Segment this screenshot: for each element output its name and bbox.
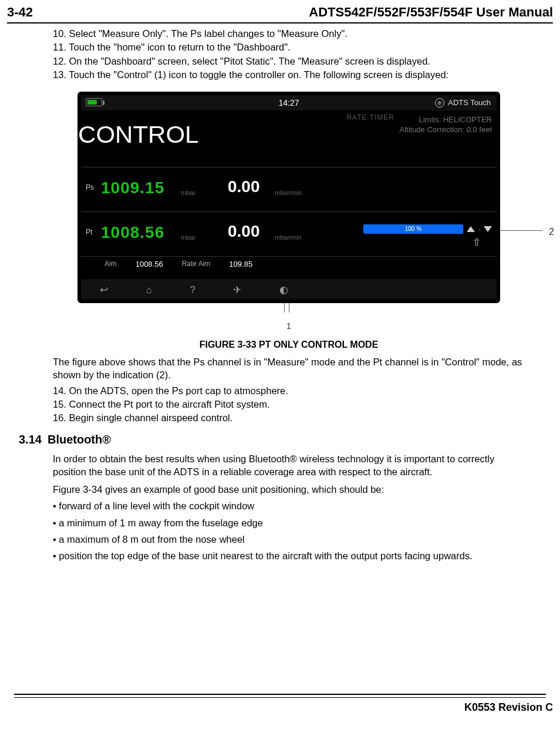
ps-value: 1009.15 — [101, 177, 164, 199]
bullet-2: • a minimum of 1 m away from the fuselag… — [53, 516, 525, 529]
main-content: 10. Select "Measure Only". The Ps label … — [0, 27, 560, 562]
manual-title: ADTS542F/552F/553F/554F User Manual — [309, 5, 553, 20]
home-icon[interactable]: ⌂ — [146, 283, 152, 296]
callout-2: 2 — [549, 226, 554, 238]
figure-wrap: 14:27 ⊛ ADTS Touch RATE TIMER Limits: HE… — [53, 92, 525, 351]
page-footer: K0553 Revision C — [0, 691, 560, 720]
step-14: 14. On the ADTS, open the Ps port cap to… — [53, 384, 525, 397]
ps-channel-label: Ps — [86, 183, 94, 192]
mode-control-label: CONTROL — [78, 119, 198, 150]
figure-caption: FIGURE 3-33 PT ONLY CONTROL MODE — [53, 338, 525, 351]
bottom-nav-bar: ↩ ⌂ ? ✈ ◐ — [81, 280, 497, 300]
battery-icon — [86, 98, 102, 106]
aim-row: Aim 1008.56 Rate Aim 109.85 — [81, 256, 497, 271]
limits-box: Limits: HELICOPTER Altitude Correction: … — [399, 115, 492, 135]
page-number: 3-42 — [7, 5, 33, 20]
control-toggle-icon[interactable]: ◐ — [279, 283, 288, 296]
arrow-separator: · — [478, 225, 480, 234]
section-heading: 3.14 Bluetooth® — [19, 432, 525, 448]
step-10: 10. Select "Measure Only". The Ps label … — [53, 27, 525, 40]
bullet-4: • position the top edge of the base unit… — [53, 549, 525, 562]
progress-cluster: 100 % · — [363, 224, 492, 234]
callout-1-line-b — [289, 303, 289, 313]
footer-rule-thin — [14, 697, 546, 698]
pt-value: 1008.56 — [101, 221, 164, 244]
help-icon[interactable]: ? — [190, 283, 195, 296]
ps-rate-unit: mbar/min — [275, 189, 302, 197]
back-icon[interactable]: ↩ — [100, 283, 108, 296]
rate-timer-label: RATE TIMER — [346, 113, 394, 122]
footer-revision: K0553 Revision C — [464, 701, 553, 713]
aircraft-icon[interactable]: ✈ — [233, 283, 241, 296]
progress-bar[interactable]: 100 % — [363, 224, 463, 234]
bt-para-1: In order to obtain the best results when… — [53, 452, 525, 479]
limits-line1: Limits: HELICOPTER — [399, 115, 492, 125]
step-12: 12. On the "Dashboard" screen, select "P… — [53, 55, 525, 68]
bullet-1: • forward of a line level with the cockp… — [53, 499, 525, 512]
pt-rate-unit: mbar/min — [275, 233, 302, 242]
clock-label: 14:27 — [278, 98, 299, 109]
page-header: 3-42 ADTS542F/552F/553F/554F User Manual — [0, 0, 560, 21]
section-number: 3.14 — [19, 432, 42, 448]
bt-para-2: Figure 3-34 gives an example of good bas… — [53, 483, 525, 496]
header-rule — [7, 22, 553, 23]
row-ps[interactable]: Ps 1009.15 mbar 0.00 mbar/min — [81, 167, 497, 208]
footer-rule-thick — [14, 694, 546, 695]
brand-label: ⊛ ADTS Touch — [435, 98, 491, 108]
callout-2-line — [500, 230, 542, 231]
brand-text: ADTS Touch — [448, 98, 491, 108]
callout-1: 1 — [53, 320, 525, 332]
status-bar: 14:27 ⊛ ADTS Touch — [81, 95, 497, 110]
triangle-up-icon — [467, 226, 475, 232]
step-11: 11. Touch the "home" icon to return to t… — [53, 41, 525, 53]
callout-1-line-a — [284, 303, 285, 313]
rate-aim-label: Rate Aim — [182, 259, 211, 268]
section-title: Bluetooth® — [48, 432, 111, 448]
step-13: 13. Touch the "Control" (1) icon to togg… — [53, 68, 525, 81]
pt-unit: mbar — [181, 233, 195, 242]
rate-aim-value: 109.85 — [229, 259, 252, 270]
step-15: 15. Connect the Pt port to the aircraft … — [53, 398, 525, 411]
triangle-down-icon — [484, 226, 492, 232]
progress-text: 100 % — [405, 225, 421, 233]
limits-line2: Altitude Correction: 0.0 feet — [399, 125, 492, 135]
bullet-3: • a maximum of 8 m out from the nose whe… — [53, 533, 525, 546]
device-screenshot: 14:27 ⊛ ADTS Touch RATE TIMER Limits: HE… — [77, 92, 500, 303]
ps-unit: mbar — [181, 189, 195, 197]
ps-rate: 0.00 — [228, 176, 260, 198]
up-arrow-icon[interactable]: ⇧ — [470, 237, 484, 247]
step-16: 16. Begin single channel airspeed contro… — [53, 411, 525, 424]
after-figure-para-1: The figure above shows that the Ps chann… — [53, 355, 525, 382]
ge-logo-icon: ⊛ — [435, 98, 444, 107]
pt-rate: 0.00 — [228, 220, 260, 243]
aim-label: Aim — [104, 259, 117, 268]
pt-channel-label: Pt — [86, 227, 92, 237]
aim-value: 1008.56 — [136, 259, 163, 270]
